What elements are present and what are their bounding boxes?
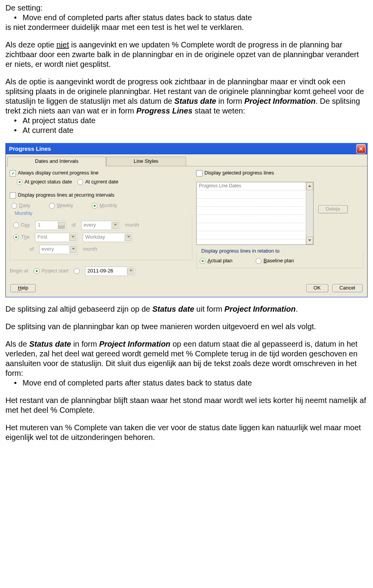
radio-icon [77,179,83,185]
list-caption: Progress Line Dates [197,182,313,190]
label: Baseline plan [263,258,294,264]
scroll-up-icon [306,182,313,190]
label: month [125,222,139,228]
radio-weekly: Weekly [49,203,73,209]
radio-baseline-plan[interactable]: Baseline plan [256,258,294,264]
text: in form [71,340,99,348]
bullet-item: Move end of completed parts after status… [23,13,368,23]
label: Display selected progress lines [204,170,274,176]
relation-group: Display progress lines in relation to Ac… [196,252,363,268]
radio-daily: Daily [11,203,30,209]
combo-every-2: every [39,245,78,254]
radio-icon [11,203,17,209]
chk-selected-progress-lines[interactable]: Display selected progress lines [196,170,274,176]
bullet-item: Move end of completed parts after status… [23,378,368,388]
radio-icon [34,268,40,274]
tab-line-styles[interactable]: Line Styles [106,157,186,166]
text: uit form [194,305,225,313]
left-pane: ✓ Always display current progress line A… [10,170,192,279]
term-status-date: Status date [152,305,194,313]
chk-recurring-intervals[interactable]: Display progress lines at recurring inte… [10,192,115,199]
label: of [71,222,76,228]
radio-the: The [13,234,30,240]
paragraph-setting: De setting: Move end of completed parts … [5,3,368,32]
text: in form [216,97,244,105]
checkbox-icon [196,170,202,176]
monthly-group: Monthly Day 1 of every month The First W… [10,214,192,260]
radio-begin-date [74,268,80,274]
label: of [30,246,34,252]
term-progress-lines: Progress Lines [136,106,193,115]
paragraph: Het restant van de planningbar blijft st… [5,396,368,415]
text: De splitsing zal altijd gebaseerd zijn o… [5,305,152,313]
paragraph: Als deze optie niet is aangevinkt en we … [5,40,368,69]
label: Day [21,222,30,228]
label: At project status date [24,179,72,185]
scrollbar [306,182,313,244]
text: De setting: [5,3,368,13]
term-project-information: Project Information [244,97,315,105]
delete-button: Delete [318,205,348,213]
combo-first: First [35,233,77,242]
paragraph: Als de optie is aangevinkt wordt de prog… [5,77,368,135]
label-begin-at: Begin at [10,268,28,274]
label: month [83,246,97,252]
radio-icon [13,222,19,228]
chk-always-display[interactable]: ✓ Always display current progress line [10,170,98,176]
checkbox-icon [10,192,16,199]
text: staat te weten: [192,106,245,115]
close-button[interactable]: ✕ [356,144,366,154]
right-pane: Display selected progress lines Progress… [196,170,363,279]
label: Project start [42,268,68,274]
radio-icon [200,258,206,264]
text: is niet zondermeer duidelijk maar met ee… [5,23,368,32]
label: Daily [19,203,30,209]
combo-workday: Workday [83,233,133,242]
spin-day: 1 [35,221,66,230]
radio-icon [74,268,80,274]
scroll-down-icon [306,237,313,244]
radio-monthly: Monthly [92,203,117,209]
help-button[interactable]: Help [10,284,36,292]
tab-dates-intervals[interactable]: Dates and Intervals [7,157,106,166]
radio-icon [13,234,19,240]
bullet-item: At current date [23,126,368,135]
paragraph: Het muteren van % Complete van taken die… [5,423,368,442]
paragraph: De splitsing van de planningbar kan op t… [5,322,368,332]
paragraph: Als de Status date in form Project Infor… [5,339,368,388]
cancel-button[interactable]: Cancel [332,284,363,292]
combo-every: every [81,221,120,230]
text: . [296,305,298,313]
dialog-title: Progress Lines [9,145,51,152]
ok-button[interactable]: OK [306,284,328,292]
radio-project-start: Project start [34,268,68,274]
radio-icon [92,203,98,209]
dialog-footer: Help OK Cancel [6,281,367,297]
checkbox-icon: ✓ [10,170,16,176]
group-legend: Monthly [13,211,34,216]
text: Als de [5,340,29,348]
dialog-titlebar[interactable]: Progress Lines ✕ [6,143,367,154]
progress-lines-dialog: Progress Lines ✕ Dates and Intervals Lin… [5,143,368,297]
group-legend: Display progress lines in relation to [200,248,281,254]
label: Actual plan [207,258,232,264]
progress-line-dates-list: Progress Line Dates [196,182,314,245]
label: Display progress lines at recurring inte… [18,192,115,198]
label: Always display current progress line [18,170,98,176]
radio-actual-plan[interactable]: Actual plan [200,258,232,264]
label: Monthly [99,203,117,209]
label: At current date [85,179,118,185]
term-project-information: Project Information [225,305,296,313]
text-underlined: niet [56,40,69,49]
paragraph: De splitsing zal altijd gebaseerd zijn o… [5,304,368,314]
radio-project-status-date[interactable]: At project status date [17,179,72,185]
label: The [21,234,30,240]
tab-strip: Dates and Intervals Line Styles [6,154,367,166]
radio-icon [17,179,23,185]
text: Als deze optie [5,40,56,49]
label: Weekly [57,203,73,209]
bullet-item: At project status date [23,116,368,126]
combo-begin-date: 2011-09-26 [85,267,135,276]
radio-day: Day [13,222,30,228]
radio-current-date[interactable]: At current date [77,179,118,185]
